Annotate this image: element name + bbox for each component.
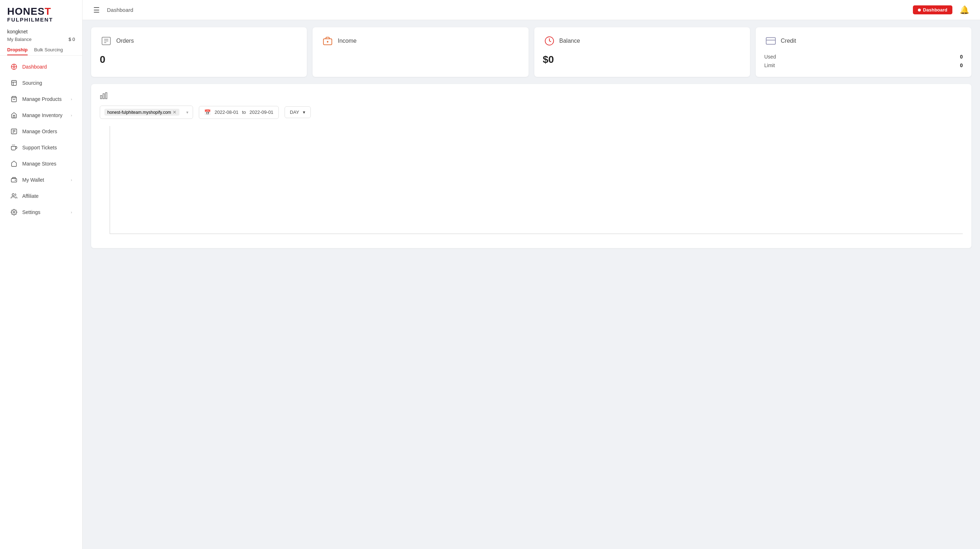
badge-label: Dashboard — [923, 7, 947, 13]
credit-limit-label: Limit — [764, 62, 775, 68]
svg-point-17 — [15, 180, 16, 180]
sidebar-item-manage-inventory[interactable]: Manage Inventory › — [3, 107, 79, 123]
svg-rect-30 — [100, 96, 102, 99]
balance-card-title: Balance — [560, 38, 580, 44]
sourcing-icon — [10, 79, 18, 87]
credit-used-label: Used — [764, 54, 776, 60]
sidebar-item-dashboard-label: Dashboard — [22, 64, 72, 70]
hamburger-icon[interactable]: ☰ — [93, 6, 100, 14]
store-tag-remove[interactable]: ✕ — [173, 110, 177, 115]
svg-point-18 — [12, 193, 14, 196]
chart-controls: honest-fulphiteam.myshopify.com ✕ ▾ 📅 20… — [100, 105, 963, 119]
inventory-icon — [10, 111, 18, 119]
sidebar-item-support-tickets[interactable]: Support Tickets — [3, 140, 79, 155]
sidebar-item-inventory-label: Manage Inventory — [22, 112, 71, 118]
sidebar-item-manage-products[interactable]: Manage Products › — [3, 91, 79, 107]
credit-limit-value: 0 — [960, 62, 963, 68]
products-icon — [10, 95, 18, 103]
inventory-chevron-icon: › — [71, 113, 72, 117]
sidebar-item-stores-label: Manage Stores — [22, 161, 72, 167]
logo-area: HONEST FULPHILMENT — [0, 0, 82, 27]
balance-card-value: $0 — [543, 54, 741, 65]
main-content: ☰ Dashboard Dashboard 🔔 — [83, 0, 980, 549]
stat-cards: Orders 0 Income — [91, 27, 971, 77]
sidebar-item-dashboard[interactable]: Dashboard — [3, 59, 79, 75]
date-separator: to — [242, 110, 246, 115]
products-chevron-icon: › — [71, 97, 72, 101]
dashboard-icon — [10, 63, 18, 71]
svg-rect-31 — [103, 94, 104, 99]
tab-row: Dropship Bulk Sourcing — [0, 45, 82, 56]
calendar-icon: 📅 — [204, 109, 211, 116]
topbar: ☰ Dashboard Dashboard 🔔 — [83, 0, 980, 20]
period-label: DAY — [290, 110, 299, 115]
sidebar-item-manage-stores[interactable]: Manage Stores — [3, 156, 79, 172]
orders-card-header: Orders — [100, 35, 298, 47]
chart-svg — [100, 126, 963, 241]
store-tag: honest-fulphiteam.myshopify.com ✕ — [104, 109, 180, 116]
sidebar-item-my-wallet[interactable]: My Wallet › — [3, 172, 79, 188]
balance-amount: $ 0 — [68, 37, 75, 42]
username: kongknet — [0, 27, 82, 35]
chart-section: honest-fulphiteam.myshopify.com ✕ ▾ 📅 20… — [91, 84, 971, 248]
chart-icon-header — [100, 91, 963, 101]
credit-card: Credit Used 0 Limit 0 — [756, 27, 971, 77]
sidebar-item-wallet-label: My Wallet — [22, 177, 71, 183]
date-to: 2022-09-01 — [250, 110, 274, 115]
income-card-icon — [321, 35, 334, 47]
sidebar-item-affiliate[interactable]: Affiliate — [3, 188, 79, 204]
orders-card: Orders 0 — [91, 27, 307, 77]
balance-card-header: Balance — [543, 35, 741, 47]
chart-bars-icon — [100, 91, 108, 100]
credit-card-header: Credit — [764, 35, 963, 47]
sidebar-item-support-label: Support Tickets — [22, 145, 72, 150]
credit-used-value: 0 — [960, 54, 963, 60]
income-card: Income — [313, 27, 528, 77]
period-selector[interactable]: DAY ▾ — [285, 106, 311, 118]
settings-chevron-icon: › — [71, 210, 72, 214]
dashboard-badge[interactable]: Dashboard — [913, 5, 952, 14]
sidebar-item-manage-orders[interactable]: Manage Orders — [3, 123, 79, 139]
balance-row: My Balance $ 0 — [0, 35, 82, 45]
balance-card-icon — [543, 35, 556, 47]
date-from: 2022-08-01 — [215, 110, 239, 115]
period-chevron-icon: ▾ — [303, 110, 305, 115]
sidebar-item-settings[interactable]: Settings › — [3, 204, 79, 220]
orders-card-value: 0 — [100, 54, 298, 65]
sidebar-item-orders-label: Manage Orders — [22, 129, 72, 134]
credit-card-title: Credit — [781, 38, 796, 44]
svg-point-19 — [13, 211, 15, 213]
credit-card-icon — [764, 35, 777, 47]
store-selector[interactable]: honest-fulphiteam.myshopify.com ✕ ▾ — [100, 105, 193, 119]
sidebar-item-affiliate-label: Affiliate — [22, 193, 72, 199]
sidebar-item-settings-label: Settings — [22, 209, 71, 215]
logo-fulphilment: FULPHILMENT — [7, 16, 75, 23]
svg-rect-28 — [766, 38, 775, 45]
credit-limit-row: Limit 0 — [764, 62, 963, 68]
logo-honest: HONEST — [7, 6, 75, 16]
chart-placeholder — [100, 126, 963, 241]
svg-rect-32 — [105, 93, 107, 99]
tab-bulk-sourcing[interactable]: Bulk Sourcing — [34, 45, 63, 55]
sidebar: HONEST FULPHILMENT kongknet My Balance $… — [0, 0, 83, 549]
logo-t-letter: T — [45, 6, 51, 17]
sidebar-item-products-label: Manage Products — [22, 96, 71, 102]
tab-dropship[interactable]: Dropship — [7, 45, 28, 55]
settings-icon — [10, 208, 18, 216]
content-area: Orders 0 Income — [83, 20, 980, 549]
support-icon — [10, 144, 18, 152]
wallet-chevron-icon: › — [71, 178, 72, 182]
sidebar-item-sourcing[interactable]: Sourcing — [3, 75, 79, 91]
date-range-selector[interactable]: 📅 2022-08-01 to 2022-09-01 — [199, 106, 279, 119]
balance-card: Balance $0 — [534, 27, 750, 77]
orders-card-title: Orders — [116, 38, 134, 44]
income-card-title: Income — [338, 38, 356, 44]
topbar-left: ☰ Dashboard — [93, 6, 133, 14]
wallet-icon — [10, 176, 18, 184]
credit-used-row: Used 0 — [764, 54, 963, 60]
notification-bell-icon[interactable]: 🔔 — [959, 5, 969, 15]
svg-rect-6 — [11, 80, 16, 85]
svg-point-1 — [13, 66, 15, 68]
stores-icon — [10, 160, 18, 168]
affiliate-icon — [10, 192, 18, 200]
